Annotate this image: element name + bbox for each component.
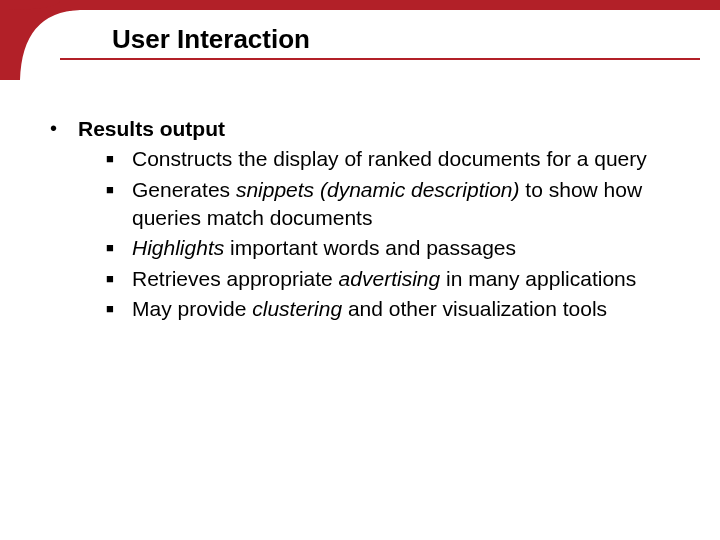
list-item: ■ Highlights important words and passage… xyxy=(106,234,680,262)
list-item: ■ May provide clustering and other visua… xyxy=(106,295,680,323)
top-accent-band xyxy=(0,0,720,10)
sub-bullet-text: Retrieves appropriate advertising in man… xyxy=(132,265,680,293)
bullet-level1-text: Results output xyxy=(78,115,225,143)
title-underline xyxy=(60,58,700,60)
square-bullet-icon: ■ xyxy=(106,265,132,293)
square-bullet-icon: ■ xyxy=(106,145,132,173)
list-item: ■ Retrieves appropriate advertising in m… xyxy=(106,265,680,293)
bullet-dot-icon: • xyxy=(50,115,78,143)
list-item: ■ Generates snippets (dynamic descriptio… xyxy=(106,176,680,233)
corner-curve-decoration xyxy=(0,0,80,80)
bullet-level1: • Results output xyxy=(50,115,680,143)
sub-bullet-text: Constructs the display of ranked documen… xyxy=(132,145,680,173)
sub-bullet-list: ■ Constructs the display of ranked docum… xyxy=(106,145,680,323)
square-bullet-icon: ■ xyxy=(106,295,132,323)
sub-bullet-text: Highlights important words and passages xyxy=(132,234,680,262)
slide-content: • Results output ■ Constructs the displa… xyxy=(50,115,680,325)
sub-bullet-text: Generates snippets (dynamic description)… xyxy=(132,176,680,233)
square-bullet-icon: ■ xyxy=(106,234,132,262)
sub-bullet-text: May provide clustering and other visuali… xyxy=(132,295,680,323)
list-item: ■ Constructs the display of ranked docum… xyxy=(106,145,680,173)
square-bullet-icon: ■ xyxy=(106,176,132,233)
